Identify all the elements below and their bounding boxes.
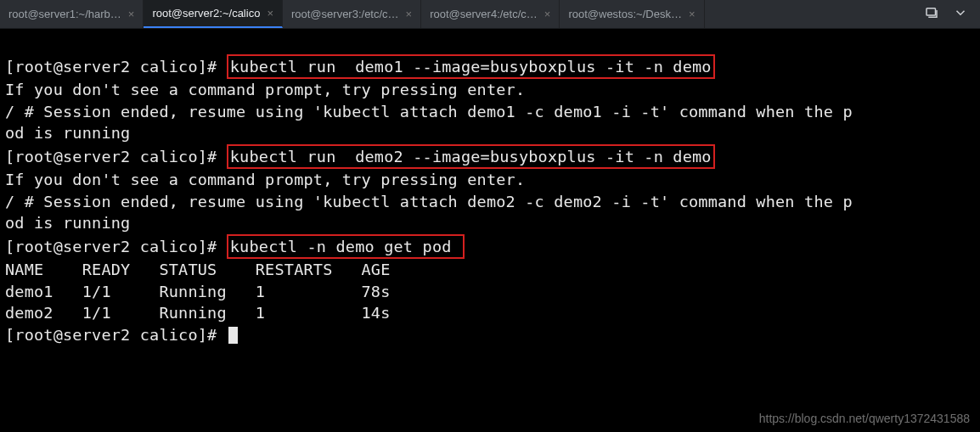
highlighted-command-1: kubectl run demo1 --image=busyboxplus -i… — [227, 54, 715, 80]
tab-westos[interactable]: root@westos:~/Desk… × — [560, 0, 704, 28]
output-line: If you don't see a command prompt, try p… — [5, 171, 525, 188]
output-line: / # Session ended, resume using 'kubectl… — [5, 103, 853, 121]
svg-rect-0 — [926, 8, 936, 14]
tabbar-actions — [924, 5, 980, 24]
tab-label: root@server2:~/calico — [152, 7, 260, 20]
tab-label: root@server1:~/harb… — [8, 8, 121, 20]
new-tab-icon[interactable] — [924, 5, 939, 24]
table-header: NAME READY STATUS RESTARTS AGE — [5, 261, 391, 278]
tab-bar: root@server1:~/harb… × root@server2:~/ca… — [0, 0, 980, 29]
chevron-down-icon[interactable] — [953, 5, 968, 24]
prompt: [root@server2 calico]# — [5, 326, 227, 344]
close-icon[interactable]: × — [689, 8, 696, 20]
tab-server4[interactable]: root@server4:/etc/c… × — [421, 0, 560, 28]
output-line: If you don't see a command prompt, try p… — [5, 81, 525, 98]
table-row: demo2 1/1 Running 1 14s — [5, 304, 391, 322]
output-line: / # Session ended, resume using 'kubectl… — [5, 193, 853, 210]
close-icon[interactable]: × — [544, 8, 551, 20]
output-line: od is running — [5, 214, 130, 232]
tab-label: root@server4:/etc/c… — [430, 8, 538, 20]
table-row: demo1 1/1 Running 1 78s — [5, 283, 391, 300]
cursor — [228, 327, 238, 344]
terminal-output[interactable]: [root@server2 calico]# kubectl run demo1… — [0, 29, 980, 347]
output-line: od is running — [5, 124, 130, 142]
tab-label: root@server3:/etc/c… — [291, 8, 399, 20]
tab-server1[interactable]: root@server1:~/harb… × — [0, 0, 144, 28]
watermark: https://blog.csdn.net/qwerty1372431588 — [759, 412, 970, 425]
close-icon[interactable]: × — [128, 8, 135, 20]
tab-label: root@westos:~/Desk… — [568, 8, 682, 20]
highlighted-command-3: kubectl -n demo get pod — [227, 234, 465, 260]
close-icon[interactable]: × — [406, 8, 413, 20]
highlighted-command-2: kubectl run demo2 --image=busyboxplus -i… — [227, 144, 715, 170]
tab-server3[interactable]: root@server3:/etc/c… × — [283, 0, 421, 28]
prompt: [root@server2 calico]# — [5, 148, 227, 166]
tab-server2[interactable]: root@server2:~/calico × — [144, 0, 283, 28]
prompt: [root@server2 calico]# — [5, 58, 227, 76]
prompt: [root@server2 calico]# — [5, 238, 227, 255]
close-icon[interactable]: × — [267, 7, 273, 20]
